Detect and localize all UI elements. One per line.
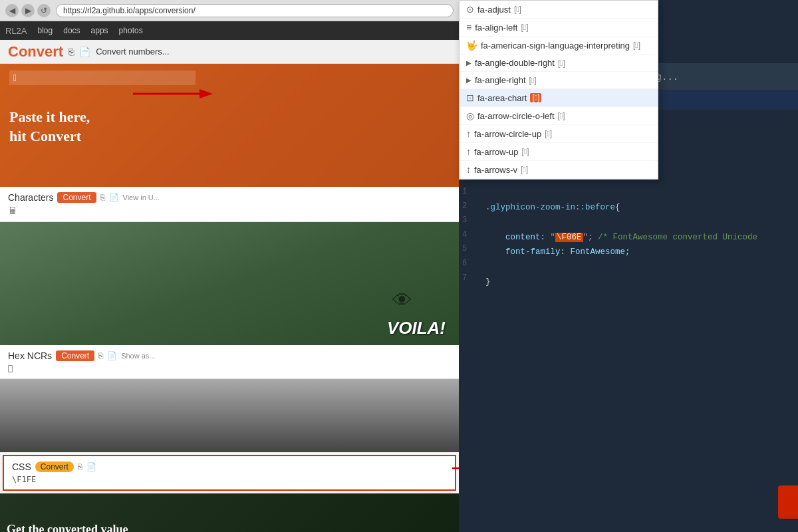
code-line-3 — [485, 215, 793, 230]
hex-value:  — [8, 364, 451, 373]
fa-arrow-circle-o-left-name: fa-arrow-circle-o-left — [477, 111, 555, 121]
file-css-icon[interactable]: 📄 — [86, 462, 96, 471]
js-image-section: JavaScript Convert ⎘ 📄 C-style U... \uF1… — [0, 379, 459, 452]
fa-angle-right-code: [] — [529, 76, 537, 85]
html-image-section: VOILA! 👁 HTML/XML Convert ⎘ 📄 Escape... … — [0, 222, 459, 345]
fa-arrows-v-icon: ↕ — [466, 164, 471, 175]
code-line-2: .glyphicon-zoom-in::before{ — [485, 200, 793, 215]
fa-arrow-up-icon: ↑ — [466, 146, 471, 157]
fa-area-chart-name: fa-area-chart — [477, 93, 527, 103]
code-editor: 1 2 3 4 5 6 7 .glyphicon-zoom-in::before… — [459, 180, 798, 532]
line-num-5: 5 — [462, 242, 467, 257]
fa-align-left-name: fa-align-left — [475, 23, 517, 33]
copy-hex-icon[interactable]: ⎘ — [98, 351, 103, 360]
fa-adjust-code: [] — [514, 5, 521, 14]
voila-text: VOILA! — [387, 318, 446, 338]
red-arrow-1 — [133, 84, 213, 104]
fa-item-area-chart[interactable]: ⊡ fa-area-chart [] — [460, 89, 658, 107]
fa-asl-name: fa-american-sign-language-interpreting — [481, 41, 630, 51]
fa-item-arrow-circle-up[interactable]: ↑ fa-arrow-circle-up [] — [460, 125, 658, 143]
section-css-wrapper: CSS Convert ⎘ 📄 \F1FE — [0, 455, 459, 491]
code-line-4: content: "\F06E"; /* FontAwesome convert… — [485, 230, 793, 245]
line-num-3: 3 — [462, 213, 467, 228]
content-property: content: — [485, 233, 551, 242]
close-brace: } — [485, 277, 491, 287]
copy-icon[interactable]: ⎘ — [68, 47, 74, 57]
nav-link-apps[interactable]: apps — [91, 26, 108, 35]
fa-item-adjust[interactable]: ⊙ fa-adjust [] — [460, 1, 658, 19]
app-header: Convert ⎘ 📄 Convert numbers... — [0, 40, 459, 64]
convert-css-button[interactable]: Convert — [35, 462, 74, 472]
fa-item-align-left[interactable]: ≡ fa-align-left [] — [460, 19, 658, 37]
css-selector: .glyphicon-zoom-in::before — [485, 203, 615, 212]
file-characters-icon[interactable]: 📄 — [109, 193, 119, 202]
css-value: \F1FE — [12, 475, 447, 484]
line-num-1: 1 — [462, 185, 467, 200]
fa-arrow-circle-o-left-icon: ◎ — [466, 110, 474, 121]
fa-dropdown[interactable]: ⊙ fa-adjust [] ≡ fa-align-left [] 🤟 fa… — [459, 0, 658, 180]
fa-item-asl[interactable]: 🤟 fa-american-sign-language-interpreting… — [460, 37, 658, 55]
fa-align-left-icon: ≡ — [466, 22, 471, 33]
code-line-6 — [485, 260, 793, 275]
nav-link-docs[interactable]: docs — [63, 26, 80, 35]
section-hex: Hex NCRs Convert ⎘ 📄 Show as...  — [0, 345, 459, 379]
copy-css-icon[interactable]: ⎘ — [78, 462, 82, 471]
fa-arrow-circle-up-icon: ↑ — [466, 128, 471, 139]
file-icon[interactable]: 📄 — [79, 47, 90, 57]
fa-asl-code: [] — [633, 41, 640, 50]
highlighted-value: \F06E — [555, 233, 583, 242]
address-bar[interactable]: https://rl2a.github.io/apps/conversion/ — [56, 4, 454, 17]
bottom-instruction: Get the converted value and replace it i… — [0, 493, 459, 532]
site-name: RL2A — [5, 26, 27, 36]
refresh-button[interactable]: ↺ — [37, 4, 51, 17]
code-lines: .glyphicon-zoom-in::before{ content: "\F… — [485, 185, 793, 290]
expand-arrow-2: ▶ — [466, 76, 471, 84]
top-nav: RL2A blog docs apps photos — [0, 21, 459, 40]
paste-instruction: Paste it here, hit Convert — [9, 108, 450, 146]
red-scroll-indicator — [778, 485, 798, 519]
line-num-4: 4 — [462, 228, 467, 243]
nav-link-blog[interactable]: blog — [38, 26, 53, 35]
fa-item-angle-double-right[interactable]: ▶ fa-angle-double-right [] — [460, 55, 658, 72]
conversion-sections: Characters Convert ⎘ 📄 View in U... 🖩 VO… — [0, 187, 459, 532]
fa-item-arrows-v[interactable]: ↕ fa-arrows-v [] — [460, 161, 658, 179]
fa-arrow-up-code: [] — [521, 147, 529, 156]
convert-characters-button[interactable]: Convert — [57, 192, 96, 203]
section-css-label: CSS — [12, 462, 31, 472]
fa-arrows-v-name: fa-arrows-v — [474, 165, 517, 175]
forward-button[interactable]: ▶ — [21, 4, 35, 17]
page-wrapper: ◀ ▶ ↺ https://rl2a.github.io/apps/conver… — [0, 0, 798, 532]
hero-content: Paste it here, hit Convert — [0, 64, 459, 187]
fa-arrow-up-name: fa-arrow-up — [474, 147, 518, 157]
fa-align-left-code: [] — [521, 23, 528, 32]
section-css: CSS Convert ⎘ 📄 \F1FE — [3, 455, 456, 491]
convert-hex-button[interactable]: Convert — [56, 350, 94, 361]
copy-characters-icon[interactable]: ⎘ — [100, 193, 105, 202]
view-in-unicode-link[interactable]: View in U... — [123, 194, 160, 201]
show-as-hex-link[interactable]: Show as... — [121, 352, 155, 360]
section-characters-label: Characters — [8, 192, 53, 203]
eye-icon: 👁 — [392, 289, 412, 312]
section-hex-label: Hex NCRs — [8, 350, 52, 361]
back-button[interactable]: ◀ — [5, 4, 19, 17]
fa-arrow-circle-up-name: fa-arrow-circle-up — [474, 129, 541, 139]
hero-input[interactable] — [9, 70, 196, 85]
right-panel: 📱 ⊙ fa-adjust [] ≡ fa-align-left [] 🤟 … — [459, 0, 798, 532]
fa-arrows-v-code: [] — [521, 165, 528, 174]
line-num-7: 7 — [462, 271, 467, 286]
hero-section: Paste it here, hit Convert — [0, 64, 459, 187]
fa-item-angle-right[interactable]: ▶ fa-angle-right [] — [460, 72, 658, 89]
fa-angle-double-right-name: fa-angle-double-right — [475, 58, 555, 68]
nav-buttons: ◀ ▶ ↺ — [5, 4, 51, 17]
calc-icon-characters: 🖩 — [8, 205, 451, 216]
svg-marker-1 — [200, 89, 213, 98]
fa-adjust-icon: ⊙ — [466, 4, 474, 15]
section-characters: Characters Convert ⎘ 📄 View in U... 🖩 — [0, 187, 459, 222]
fa-item-arrow-up[interactable]: ↑ fa-arrow-up [] — [460, 143, 658, 161]
nav-link-photos[interactable]: photos — [119, 26, 143, 35]
fa-item-arrow-circle-o-left[interactable]: ◎ fa-arrow-circle-o-left [] — [460, 107, 658, 125]
font-family-property: font-family: FontAwesome; — [485, 247, 630, 257]
app-description: Convert numbers... — [96, 47, 170, 57]
app-title: Convert — [8, 43, 63, 61]
file-hex-icon[interactable]: 📄 — [107, 351, 117, 360]
